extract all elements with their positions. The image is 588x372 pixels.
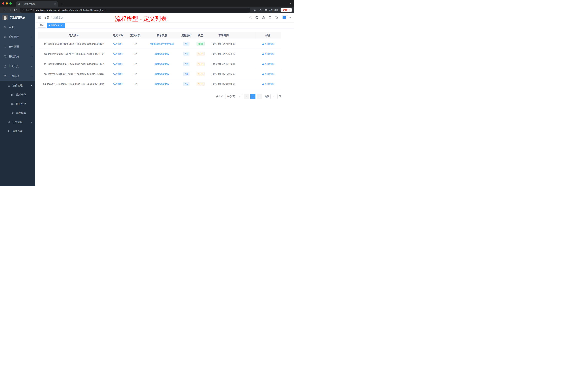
- favicon-leaf-icon: [18, 3, 21, 5]
- definition-name-link[interactable]: OA 请假: [113, 42, 123, 45]
- tag-close-icon[interactable]: [61, 24, 63, 27]
- browser-tab[interactable]: 芋道管理系统: [16, 1, 58, 7]
- definition-name-link[interactable]: OA 请假: [113, 82, 123, 86]
- breadcrumb-separator: /: [51, 16, 52, 19]
- sidebar-item-process-management[interactable]: 流程管理: [0, 81, 35, 90]
- assign-rule-link[interactable]: 分配规则: [262, 82, 274, 86]
- brand-avatar: [2, 15, 8, 20]
- table-row: oa_leave:5:004b710b-7b8a-11ec-8ef0-acde4…: [38, 39, 281, 49]
- sidebar-item-user-group[interactable]: 用户分组: [0, 99, 35, 109]
- minimize-window-button[interactable]: [6, 2, 8, 5]
- form-info-link[interactable]: /bpm/oa/leave/create: [150, 42, 174, 45]
- person-icon: [262, 53, 264, 55]
- browser-tabstrip: 芋道管理系统: [0, 0, 294, 7]
- back-button[interactable]: [2, 8, 7, 12]
- form-info-link[interactable]: /bpm/oa/flow: [155, 72, 169, 75]
- password-manager-button[interactable]: [252, 8, 257, 12]
- form-info-link[interactable]: /bpm/oa/flow: [155, 52, 169, 55]
- header-search-button[interactable]: [248, 15, 253, 20]
- font-size-icon: [275, 16, 278, 19]
- kebab-menu-icon[interactable]: [288, 9, 291, 11]
- sidebar-toggle-button[interactable]: [35, 13, 44, 22]
- sidebar-item-workflow[interactable]: 工作流程: [0, 71, 35, 81]
- page-number-1[interactable]: 1: [250, 94, 255, 99]
- brand-name: 芋道管理系统: [10, 16, 25, 19]
- sidebar-item-task-management[interactable]: 任务管理: [0, 118, 35, 127]
- sidebar-item-process-form[interactable]: 流程表单: [0, 90, 35, 99]
- user-avatar-menu[interactable]: [282, 15, 291, 20]
- tab-close-icon[interactable]: [53, 3, 56, 5]
- tab-search-icon[interactable]: [289, 2, 292, 5]
- pagination: 共 5 条 10条/页 1 前往 页: [38, 94, 281, 99]
- sidebar-item-system-management[interactable]: 系统管理: [0, 32, 35, 42]
- definition-category: OA: [134, 52, 137, 55]
- sidebar: 芋道管理系统 首页 系统管理 支付管理 基础设施 研发工具 工作流程 流程管理 …: [0, 13, 35, 186]
- breadcrumb-home[interactable]: 首页: [44, 16, 49, 19]
- browser-update-chip[interactable]: 更新: [281, 8, 292, 12]
- send-icon: [11, 111, 14, 114]
- tag-label: 首页: [40, 24, 44, 27]
- incognito-label: 无痕模式: [269, 8, 278, 12]
- maximize-window-button[interactable]: [10, 2, 12, 5]
- sidebar-item-dev-tools[interactable]: 研发工具: [0, 62, 35, 71]
- fullscreen-button[interactable]: [267, 15, 273, 20]
- tag-label: 流程定义: [51, 24, 60, 27]
- goto-unit: 页: [279, 95, 281, 98]
- assign-rule-link[interactable]: 分配规则: [262, 52, 274, 55]
- sidebar-item-payment-management[interactable]: 支付管理: [0, 42, 35, 52]
- help-button[interactable]: [261, 15, 266, 20]
- sidebar-item-label: 流程模型: [16, 111, 32, 115]
- assign-rule-link[interactable]: 分配规则: [262, 62, 274, 66]
- sidebar-item-home[interactable]: 首页: [0, 22, 35, 32]
- definition-name-link[interactable]: OA 请假: [113, 72, 123, 76]
- sidebar-item-label: 研发工具: [9, 65, 30, 68]
- security-label[interactable]: 不安全: [26, 9, 32, 12]
- page-size-select[interactable]: 10条/页: [225, 94, 242, 99]
- select-caret-icon: [239, 96, 241, 98]
- tag-home[interactable]: 首页: [38, 23, 46, 28]
- column-header-filler: [239, 32, 255, 39]
- github-link[interactable]: [254, 15, 260, 20]
- column-header-time: 部署时间: [208, 32, 239, 39]
- definition-name-link[interactable]: OA 请假: [113, 52, 123, 55]
- form-info-link[interactable]: /bpm/oa/flow: [155, 62, 169, 65]
- address-bar[interactable]: 不安全 dashboard.yudao.iocoder.cn/bpm/manag…: [20, 8, 250, 12]
- reload-button[interactable]: [13, 8, 18, 12]
- definition-id: oa_leave:4:991f2193-7b7f-11ec-a3c8-acde4…: [44, 52, 104, 55]
- column-header-version: 流程版本: [180, 32, 193, 39]
- tab-title: 芋道管理系统: [22, 2, 52, 6]
- chevron-right-icon: [258, 95, 261, 98]
- chevron-down-icon: [30, 121, 32, 123]
- sidebar-item-label: 流程管理: [12, 84, 30, 87]
- form-info-link[interactable]: /bpm/oa/flow: [155, 82, 169, 85]
- column-header-status: 状态: [193, 32, 208, 39]
- definition-category: OA: [134, 72, 137, 75]
- sidebar-item-label: 工作流程: [9, 75, 30, 78]
- next-page-button[interactable]: [257, 94, 262, 99]
- sidebar-logo[interactable]: 芋道管理系统: [0, 13, 35, 22]
- sidebar-item-process-model[interactable]: 流程模型: [0, 109, 35, 118]
- browser-toolbar: 不安全 dashboard.yudao.iocoder.cn/bpm/manag…: [0, 7, 294, 13]
- prev-page-button[interactable]: [244, 94, 249, 99]
- tag-process-definition[interactable]: 流程定义: [47, 23, 65, 28]
- github-icon: [255, 16, 259, 19]
- deploy-time: 2022-01-16 01:40:51: [212, 82, 235, 85]
- column-header-category: 定义分类: [127, 32, 144, 39]
- user-icon: [7, 130, 10, 133]
- new-tab-button[interactable]: [60, 2, 63, 5]
- sidebar-menu: 首页 系统管理 支付管理 基础设施 研发工具 工作流程 流程管理 流程表单 用户…: [0, 22, 35, 136]
- hamburger-icon: [38, 16, 42, 20]
- sidebar-item-infrastructure[interactable]: 基础设施: [0, 52, 35, 62]
- font-size-button[interactable]: [274, 15, 279, 20]
- forward-button[interactable]: [7, 8, 12, 12]
- assign-rule-link[interactable]: 分配规则: [262, 42, 274, 45]
- goto-page-input[interactable]: [270, 94, 278, 99]
- definition-name-link[interactable]: OA 请假: [113, 62, 123, 66]
- chevron-down-icon: [30, 36, 32, 38]
- sidebar-item-label: 任务管理: [12, 120, 30, 124]
- assign-rule-link[interactable]: 分配规则: [262, 72, 274, 76]
- bookmark-button[interactable]: [258, 8, 263, 12]
- close-window-button[interactable]: [2, 2, 4, 5]
- lock-icon: [4, 65, 7, 68]
- sidebar-item-leave-query[interactable]: 请假查询: [0, 127, 35, 136]
